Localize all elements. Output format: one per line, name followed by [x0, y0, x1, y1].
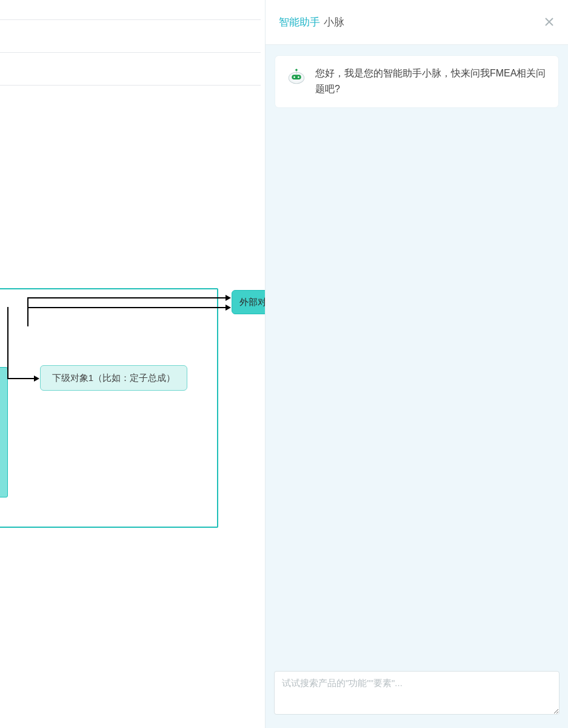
connector-line [7, 378, 38, 379]
assistant-panel-header: 智能助手 小脉 [266, 0, 568, 45]
header-divider [0, 52, 261, 53]
svg-point-3 [298, 76, 299, 78]
svg-point-2 [293, 76, 295, 78]
assistant-input-area [266, 665, 568, 728]
close-button[interactable] [541, 15, 557, 30]
assistant-input[interactable] [274, 671, 560, 715]
bot-avatar-icon [286, 66, 307, 86]
arrowhead-icon [226, 305, 231, 311]
assistant-message: 您好，我是您的智能助手小脉，快来问我FMEA相关问题吧? [275, 56, 558, 107]
assistant-message-list: 您好，我是您的智能助手小脉，快来问我FMEA相关问题吧? [266, 45, 568, 665]
header-divider [0, 19, 261, 20]
connector-line [27, 297, 28, 326]
arrowhead-icon [34, 376, 39, 382]
svg-point-5 [295, 69, 297, 71]
arrowhead-icon [226, 295, 231, 301]
diagram-node-sub-object[interactable]: 下级对象1（比如：定子总成） [40, 365, 187, 391]
assistant-title-secondary: 小脉 [324, 15, 344, 29]
connector-line [27, 307, 227, 308]
connector-line [7, 307, 8, 379]
connector-line [27, 297, 227, 298]
assistant-message-text: 您好，我是您的智能助手小脉，快来问我FMEA相关问题吧? [315, 66, 547, 98]
diagram-inner-block[interactable] [0, 367, 8, 497]
assistant-title-primary: 智能助手 [279, 15, 320, 29]
close-icon [544, 16, 554, 29]
svg-rect-1 [292, 75, 301, 79]
diagram-container-box[interactable] [0, 288, 218, 528]
assistant-panel: 智能助手 小脉 您好，我是您的智能助手小脉，快来问我FMEA相关问题吧? [265, 0, 568, 728]
header-divider [0, 85, 261, 86]
